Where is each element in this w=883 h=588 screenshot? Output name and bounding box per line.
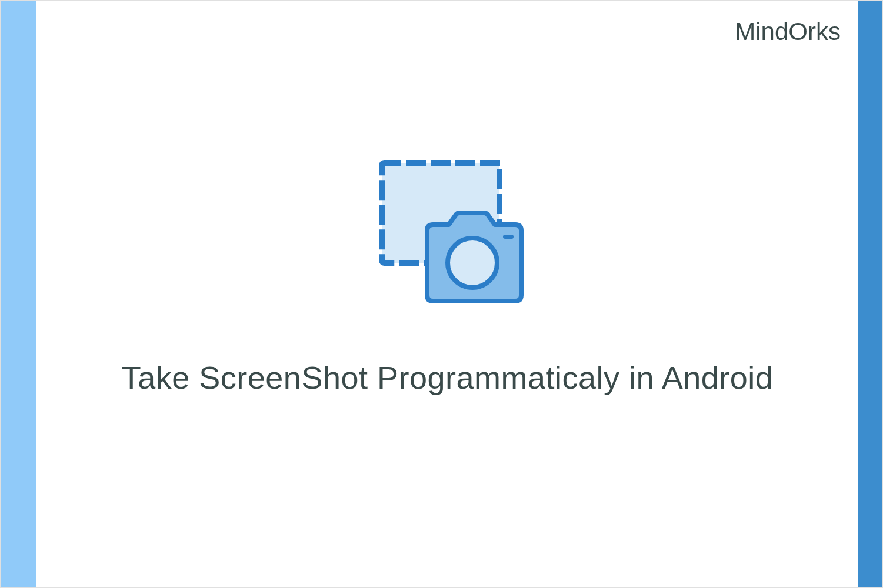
right-accent-bar [858, 1, 882, 587]
left-accent-bar [1, 1, 36, 587]
svg-point-1 [448, 238, 497, 288]
page-title: Take ScreenShot Programmaticaly in Andro… [122, 359, 774, 396]
svg-rect-2 [503, 235, 514, 239]
screenshot-camera-icon [371, 157, 524, 306]
card-frame: MindOrks Take ScreenShot Programmaticaly… [0, 0, 883, 588]
main-content: Take ScreenShot Programmaticaly in Andro… [36, 1, 858, 587]
